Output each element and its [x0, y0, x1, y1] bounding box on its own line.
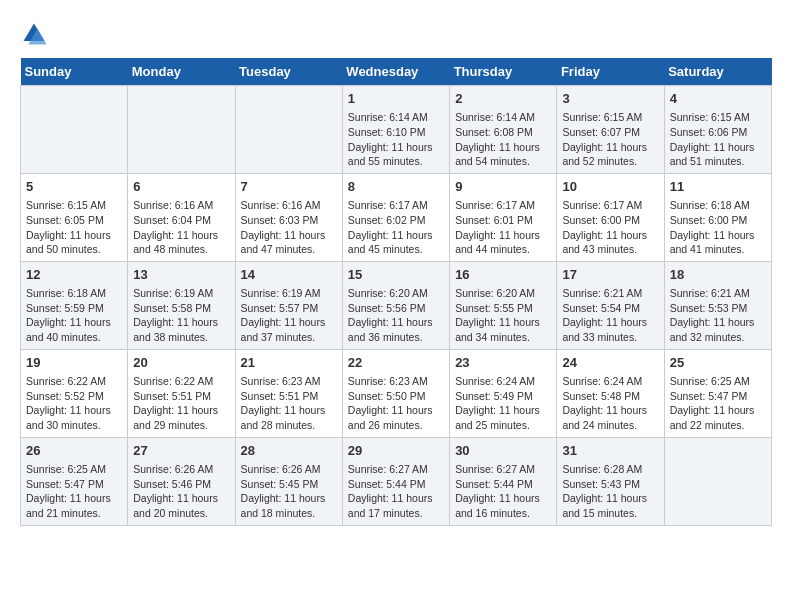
calendar-cell: 22Sunrise: 6:23 AMSunset: 5:50 PMDayligh…	[342, 349, 449, 437]
day-content: Sunrise: 6:16 AMSunset: 6:03 PMDaylight:…	[241, 198, 337, 257]
calendar-cell: 17Sunrise: 6:21 AMSunset: 5:54 PMDayligh…	[557, 261, 664, 349]
day-content: Sunrise: 6:27 AMSunset: 5:44 PMDaylight:…	[455, 462, 551, 521]
calendar-cell	[235, 86, 342, 174]
day-number: 30	[455, 442, 551, 460]
day-content: Sunrise: 6:28 AMSunset: 5:43 PMDaylight:…	[562, 462, 658, 521]
logo-icon	[20, 20, 48, 48]
calendar-cell: 13Sunrise: 6:19 AMSunset: 5:58 PMDayligh…	[128, 261, 235, 349]
day-number: 18	[670, 266, 766, 284]
day-content: Sunrise: 6:20 AMSunset: 5:55 PMDaylight:…	[455, 286, 551, 345]
day-number: 27	[133, 442, 229, 460]
day-number: 16	[455, 266, 551, 284]
calendar-cell: 19Sunrise: 6:22 AMSunset: 5:52 PMDayligh…	[21, 349, 128, 437]
day-number: 10	[562, 178, 658, 196]
day-content: Sunrise: 6:26 AMSunset: 5:46 PMDaylight:…	[133, 462, 229, 521]
day-content: Sunrise: 6:15 AMSunset: 6:07 PMDaylight:…	[562, 110, 658, 169]
calendar-week-1: 1Sunrise: 6:14 AMSunset: 6:10 PMDaylight…	[21, 86, 772, 174]
day-number: 24	[562, 354, 658, 372]
calendar-cell: 10Sunrise: 6:17 AMSunset: 6:00 PMDayligh…	[557, 173, 664, 261]
calendar-cell: 15Sunrise: 6:20 AMSunset: 5:56 PMDayligh…	[342, 261, 449, 349]
header-tuesday: Tuesday	[235, 58, 342, 86]
day-number: 7	[241, 178, 337, 196]
calendar-cell: 29Sunrise: 6:27 AMSunset: 5:44 PMDayligh…	[342, 437, 449, 525]
calendar-cell: 25Sunrise: 6:25 AMSunset: 5:47 PMDayligh…	[664, 349, 771, 437]
day-content: Sunrise: 6:21 AMSunset: 5:54 PMDaylight:…	[562, 286, 658, 345]
day-content: Sunrise: 6:22 AMSunset: 5:51 PMDaylight:…	[133, 374, 229, 433]
calendar-cell: 4Sunrise: 6:15 AMSunset: 6:06 PMDaylight…	[664, 86, 771, 174]
calendar-cell: 16Sunrise: 6:20 AMSunset: 5:55 PMDayligh…	[450, 261, 557, 349]
calendar-cell	[128, 86, 235, 174]
day-content: Sunrise: 6:25 AMSunset: 5:47 PMDaylight:…	[670, 374, 766, 433]
day-number: 19	[26, 354, 122, 372]
calendar-cell: 21Sunrise: 6:23 AMSunset: 5:51 PMDayligh…	[235, 349, 342, 437]
calendar-week-5: 26Sunrise: 6:25 AMSunset: 5:47 PMDayligh…	[21, 437, 772, 525]
calendar-cell: 24Sunrise: 6:24 AMSunset: 5:48 PMDayligh…	[557, 349, 664, 437]
day-number: 3	[562, 90, 658, 108]
calendar-cell: 8Sunrise: 6:17 AMSunset: 6:02 PMDaylight…	[342, 173, 449, 261]
calendar-cell	[21, 86, 128, 174]
calendar-cell: 1Sunrise: 6:14 AMSunset: 6:10 PMDaylight…	[342, 86, 449, 174]
day-number: 29	[348, 442, 444, 460]
day-number: 4	[670, 90, 766, 108]
day-number: 15	[348, 266, 444, 284]
day-number: 9	[455, 178, 551, 196]
day-number: 21	[241, 354, 337, 372]
day-content: Sunrise: 6:23 AMSunset: 5:50 PMDaylight:…	[348, 374, 444, 433]
calendar-cell: 6Sunrise: 6:16 AMSunset: 6:04 PMDaylight…	[128, 173, 235, 261]
calendar-header-row: SundayMondayTuesdayWednesdayThursdayFrid…	[21, 58, 772, 86]
day-content: Sunrise: 6:24 AMSunset: 5:48 PMDaylight:…	[562, 374, 658, 433]
day-number: 20	[133, 354, 229, 372]
day-number: 5	[26, 178, 122, 196]
day-content: Sunrise: 6:23 AMSunset: 5:51 PMDaylight:…	[241, 374, 337, 433]
day-content: Sunrise: 6:17 AMSunset: 6:00 PMDaylight:…	[562, 198, 658, 257]
day-content: Sunrise: 6:16 AMSunset: 6:04 PMDaylight:…	[133, 198, 229, 257]
day-number: 23	[455, 354, 551, 372]
calendar-cell: 3Sunrise: 6:15 AMSunset: 6:07 PMDaylight…	[557, 86, 664, 174]
logo	[20, 20, 52, 48]
day-number: 28	[241, 442, 337, 460]
day-number: 8	[348, 178, 444, 196]
calendar-cell: 20Sunrise: 6:22 AMSunset: 5:51 PMDayligh…	[128, 349, 235, 437]
calendar-cell: 18Sunrise: 6:21 AMSunset: 5:53 PMDayligh…	[664, 261, 771, 349]
header-saturday: Saturday	[664, 58, 771, 86]
day-content: Sunrise: 6:27 AMSunset: 5:44 PMDaylight:…	[348, 462, 444, 521]
page-header	[20, 20, 772, 48]
day-content: Sunrise: 6:14 AMSunset: 6:08 PMDaylight:…	[455, 110, 551, 169]
day-content: Sunrise: 6:22 AMSunset: 5:52 PMDaylight:…	[26, 374, 122, 433]
day-number: 2	[455, 90, 551, 108]
calendar-cell: 28Sunrise: 6:26 AMSunset: 5:45 PMDayligh…	[235, 437, 342, 525]
day-number: 17	[562, 266, 658, 284]
day-number: 6	[133, 178, 229, 196]
calendar-cell: 31Sunrise: 6:28 AMSunset: 5:43 PMDayligh…	[557, 437, 664, 525]
day-number: 1	[348, 90, 444, 108]
header-sunday: Sunday	[21, 58, 128, 86]
day-content: Sunrise: 6:17 AMSunset: 6:02 PMDaylight:…	[348, 198, 444, 257]
calendar-cell: 2Sunrise: 6:14 AMSunset: 6:08 PMDaylight…	[450, 86, 557, 174]
calendar-cell: 12Sunrise: 6:18 AMSunset: 5:59 PMDayligh…	[21, 261, 128, 349]
calendar-cell: 27Sunrise: 6:26 AMSunset: 5:46 PMDayligh…	[128, 437, 235, 525]
calendar-cell: 5Sunrise: 6:15 AMSunset: 6:05 PMDaylight…	[21, 173, 128, 261]
day-content: Sunrise: 6:14 AMSunset: 6:10 PMDaylight:…	[348, 110, 444, 169]
calendar-cell: 30Sunrise: 6:27 AMSunset: 5:44 PMDayligh…	[450, 437, 557, 525]
day-number: 13	[133, 266, 229, 284]
day-content: Sunrise: 6:15 AMSunset: 6:05 PMDaylight:…	[26, 198, 122, 257]
calendar-week-3: 12Sunrise: 6:18 AMSunset: 5:59 PMDayligh…	[21, 261, 772, 349]
header-monday: Monday	[128, 58, 235, 86]
day-content: Sunrise: 6:18 AMSunset: 5:59 PMDaylight:…	[26, 286, 122, 345]
day-content: Sunrise: 6:19 AMSunset: 5:57 PMDaylight:…	[241, 286, 337, 345]
day-content: Sunrise: 6:18 AMSunset: 6:00 PMDaylight:…	[670, 198, 766, 257]
day-number: 26	[26, 442, 122, 460]
calendar-cell: 7Sunrise: 6:16 AMSunset: 6:03 PMDaylight…	[235, 173, 342, 261]
day-content: Sunrise: 6:24 AMSunset: 5:49 PMDaylight:…	[455, 374, 551, 433]
calendar-cell: 9Sunrise: 6:17 AMSunset: 6:01 PMDaylight…	[450, 173, 557, 261]
header-thursday: Thursday	[450, 58, 557, 86]
calendar-cell: 23Sunrise: 6:24 AMSunset: 5:49 PMDayligh…	[450, 349, 557, 437]
calendar-cell: 26Sunrise: 6:25 AMSunset: 5:47 PMDayligh…	[21, 437, 128, 525]
calendar-cell: 14Sunrise: 6:19 AMSunset: 5:57 PMDayligh…	[235, 261, 342, 349]
day-content: Sunrise: 6:19 AMSunset: 5:58 PMDaylight:…	[133, 286, 229, 345]
header-friday: Friday	[557, 58, 664, 86]
calendar-cell	[664, 437, 771, 525]
calendar-cell: 11Sunrise: 6:18 AMSunset: 6:00 PMDayligh…	[664, 173, 771, 261]
day-content: Sunrise: 6:25 AMSunset: 5:47 PMDaylight:…	[26, 462, 122, 521]
header-wednesday: Wednesday	[342, 58, 449, 86]
